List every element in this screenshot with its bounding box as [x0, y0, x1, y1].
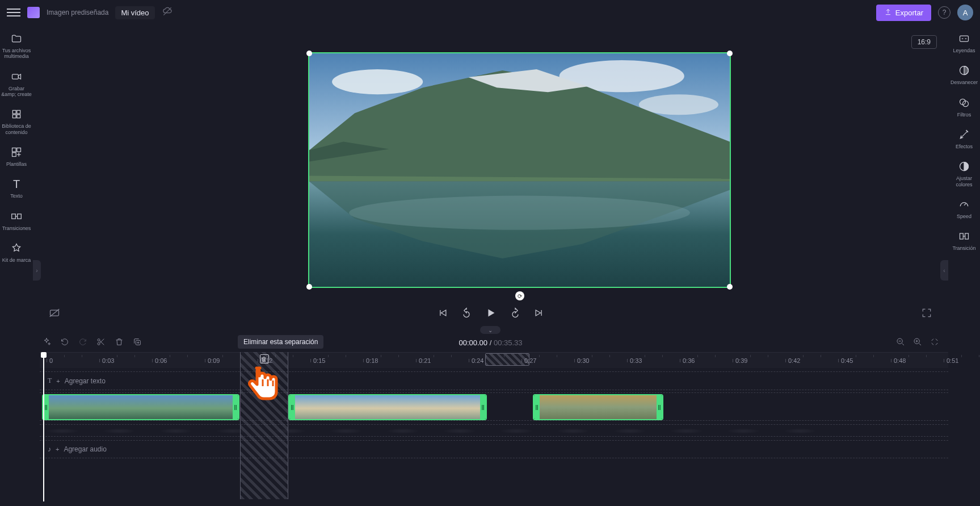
undo-button[interactable]: [60, 337, 69, 348]
svg-rect-3: [17, 111, 20, 114]
skip-forward-button[interactable]: [533, 307, 545, 321]
app-logo-icon: [27, 7, 40, 18]
clip-handle-left[interactable]: ||: [289, 395, 295, 419]
skip-back-button[interactable]: [437, 307, 448, 321]
audio-track[interactable]: ♪ + Agregar audio: [40, 440, 948, 458]
clip-2[interactable]: || ||: [288, 394, 487, 420]
add-text-label: Agregar texto: [65, 377, 106, 385]
menu-button[interactable]: [7, 6, 20, 19]
sidebar-label: Kit de marca: [2, 257, 31, 263]
clip-1[interactable]: || ||: [42, 394, 239, 420]
clip-handle-right[interactable]: ||: [233, 395, 238, 419]
panel-item-captions[interactable]: Leyendas: [949, 32, 979, 53]
add-audio-label: Agregar audio: [64, 445, 106, 453]
sidebar-item-brandkit[interactable]: Kit de marca: [1, 241, 32, 263]
transition-icon: [957, 229, 971, 243]
export-label: Exportar: [895, 9, 923, 17]
seek-forward-button[interactable]: [510, 307, 521, 321]
text-track[interactable]: T + Agregar texto: [40, 371, 948, 390]
sidebar-item-templates[interactable]: Plantillas: [1, 145, 32, 167]
audio-track-placeholder: [40, 424, 948, 437]
project-name-input[interactable]: Mi vídeo: [115, 6, 154, 19]
zoom-fit-button[interactable]: [930, 337, 939, 348]
clip-handle-right[interactable]: ||: [657, 395, 662, 419]
zoom-out-button[interactable]: [896, 337, 905, 348]
panel-item-speed[interactable]: Speed: [949, 198, 979, 219]
svg-point-27: [98, 342, 100, 345]
help-button[interactable]: ?: [938, 6, 950, 19]
preset-label: Imagen prediseñada: [47, 9, 108, 16]
redo-button[interactable]: [78, 337, 87, 348]
cloud-sync-icon[interactable]: [162, 6, 173, 19]
halfcircle-icon: [957, 160, 971, 173]
svg-rect-2: [12, 111, 16, 114]
clip-handle-left[interactable]: ||: [534, 395, 540, 419]
user-avatar[interactable]: A: [957, 5, 973, 20]
plus-icon: +: [56, 446, 59, 453]
video-track[interactable]: || || || || || ||: [40, 392, 948, 421]
app-topbar: Imagen prediseñada Mi vídeo Exportar ? A: [0, 0, 980, 25]
text-icon: T: [10, 177, 23, 191]
panel-label: Leyendas: [953, 48, 975, 53]
music-icon: ♪: [48, 445, 51, 453]
sidebar-item-transitions[interactable]: Transiciones: [1, 210, 32, 231]
panel-label: Transición: [952, 245, 975, 251]
svg-point-26: [98, 338, 100, 341]
captions-icon: [957, 32, 971, 45]
trash-icon[interactable]: 🗑: [260, 354, 269, 363]
svg-rect-5: [17, 115, 20, 118]
media-folder-icon: [10, 32, 23, 45]
panel-item-fade[interactable]: Desvanecer: [949, 64, 979, 85]
clip-3[interactable]: || ||: [533, 394, 663, 420]
sidebar-item-text[interactable]: T Texto: [1, 177, 32, 199]
play-button[interactable]: [485, 307, 497, 322]
timeline-gap[interactable]: 🗑: [240, 352, 288, 499]
sidebar-item-record[interactable]: Grabar &amp; create: [1, 70, 32, 98]
rotate-handle[interactable]: ⟳: [515, 291, 524, 300]
panel-label: Ajustar colores: [949, 175, 979, 187]
split-button[interactable]: [96, 337, 106, 348]
delete-button[interactable]: [115, 337, 124, 348]
fullscreen-button[interactable]: [915, 307, 932, 321]
sidebar-item-library[interactable]: Biblioteca de contenido: [1, 107, 32, 135]
timeline-time-display: 00:00.00 / 00:35.33: [459, 338, 522, 347]
svg-rect-6: [12, 148, 16, 152]
svg-rect-17: [965, 233, 969, 239]
right-sidebar: Leyendas Desvanecer Filtros Efectos Ajus…: [948, 25, 980, 506]
safe-zone-toggle[interactable]: [49, 307, 66, 321]
left-sidebar: Tus archivos multimedia Grabar &amp; cre…: [0, 25, 33, 506]
resize-handle-tr[interactable]: [727, 51, 733, 56]
panel-item-effects[interactable]: Efectos: [949, 128, 979, 149]
preview-frame[interactable]: ⟳: [308, 52, 731, 288]
svg-rect-4: [12, 115, 16, 118]
selected-range[interactable]: [485, 353, 529, 366]
resize-handle-bl[interactable]: [306, 284, 312, 290]
speedometer-icon: [957, 198, 971, 211]
export-button[interactable]: Exportar: [876, 5, 931, 21]
sidebar-label: Grabar &amp; create: [1, 86, 32, 98]
panel-item-adjustcolors[interactable]: Ajustar colores: [949, 160, 979, 187]
timeline-collapse-handle[interactable]: ⌄: [480, 326, 500, 334]
seek-back-button[interactable]: [461, 307, 472, 321]
magic-button[interactable]: [42, 337, 51, 348]
svg-rect-16: [960, 233, 964, 239]
sidebar-label: Biblioteca de contenido: [1, 123, 32, 135]
templates-icon: [10, 145, 23, 159]
sidebar-label: Texto: [10, 193, 23, 199]
duplicate-button[interactable]: [133, 337, 142, 348]
aspect-ratio-button[interactable]: 16:9: [911, 35, 937, 49]
panel-item-transition[interactable]: Transición: [949, 229, 979, 251]
sidebar-item-media[interactable]: Tus archivos multimedia: [1, 32, 32, 60]
zoom-in-button[interactable]: [913, 337, 922, 348]
brandkit-icon: [10, 241, 23, 255]
upload-icon: [884, 8, 892, 18]
plus-icon: +: [56, 378, 60, 384]
svg-point-23: [349, 196, 690, 230]
resize-handle-br[interactable]: [727, 284, 733, 290]
resize-handle-tl[interactable]: [306, 51, 312, 56]
panel-item-filters[interactable]: Filtros: [949, 96, 979, 118]
timeline-toolbar: 00:00.00 / 00:35.33: [33, 334, 948, 351]
clip-handle-right[interactable]: ||: [480, 395, 486, 419]
fade-icon: [957, 64, 971, 77]
svg-rect-11: [960, 36, 969, 41]
